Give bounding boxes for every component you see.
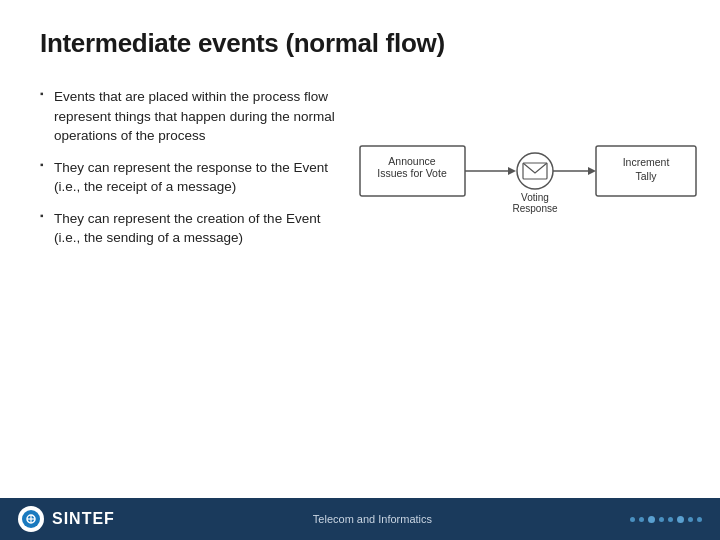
- slide-title: Intermediate events (normal flow): [40, 28, 680, 59]
- bullet-item-2: They can represent the response to the E…: [40, 158, 340, 197]
- bullet-list: Events that are placed within the proces…: [40, 87, 340, 260]
- svg-text:Increment: Increment: [623, 156, 670, 168]
- svg-text:Voting: Voting: [521, 192, 549, 203]
- footer-dots: [630, 516, 702, 523]
- svg-text:Tally: Tally: [635, 170, 657, 182]
- slide-container: Intermediate events (normal flow) Events…: [0, 0, 720, 540]
- dot-5: [668, 517, 673, 522]
- main-area: Events that are placed within the proces…: [40, 87, 680, 260]
- footer: SINTEF Telecom and Informatics: [0, 498, 720, 540]
- svg-text:Response: Response: [512, 203, 557, 214]
- logo-icon: [25, 513, 37, 525]
- svg-text:Issues for Vote: Issues for Vote: [377, 167, 447, 179]
- bullet-item-1: Events that are placed within the proces…: [40, 87, 340, 146]
- dot-4: [659, 517, 664, 522]
- dot-6: [677, 516, 684, 523]
- arrow1: [508, 167, 516, 175]
- dot-7: [688, 517, 693, 522]
- svg-text:Announce: Announce: [388, 155, 435, 167]
- logo-inner: [22, 510, 40, 528]
- dot-3: [648, 516, 655, 523]
- diagram-svg: Announce Issues for Vote Voting Response: [360, 108, 700, 248]
- footer-brand-label: SINTEF: [52, 510, 115, 528]
- slide-content: Intermediate events (normal flow) Events…: [0, 0, 720, 498]
- bullet-item-3: They can represent the creation of the E…: [40, 209, 340, 248]
- arrow2: [588, 167, 596, 175]
- dot-2: [639, 517, 644, 522]
- diagram-area: Announce Issues for Vote Voting Response: [360, 87, 700, 260]
- footer-subtitle: Telecom and Informatics: [313, 513, 432, 525]
- dot-8: [697, 517, 702, 522]
- footer-logo: SINTEF: [18, 506, 115, 532]
- logo-circle: [18, 506, 44, 532]
- dot-1: [630, 517, 635, 522]
